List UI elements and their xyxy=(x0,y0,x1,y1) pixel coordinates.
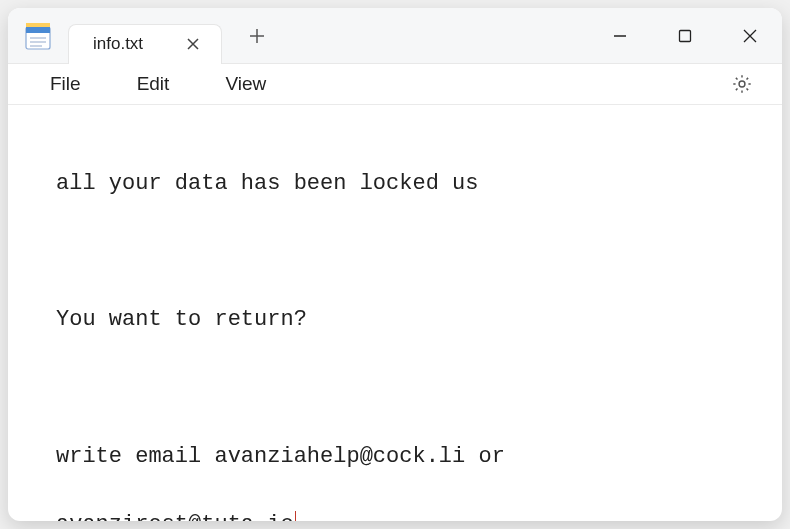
text-line-last: avanzirest@tuta.io xyxy=(56,508,734,521)
menu-file[interactable]: File xyxy=(28,65,109,103)
close-window-button[interactable] xyxy=(717,8,782,64)
app-icon-wrap xyxy=(8,21,68,51)
notepad-window: info.txt File Edit View xyxy=(8,8,782,521)
menu-edit[interactable]: Edit xyxy=(109,65,198,103)
svg-rect-1 xyxy=(26,27,50,33)
text-caret xyxy=(295,511,296,521)
text-line: write email avanziahelp@cock.li or xyxy=(56,440,734,474)
text-blank xyxy=(56,235,734,269)
text-editor-content[interactable]: all your data has been locked us You wan… xyxy=(8,105,782,521)
maximize-button[interactable] xyxy=(652,8,717,64)
menubar: File Edit View xyxy=(8,64,782,105)
window-controls xyxy=(587,8,782,64)
close-tab-icon[interactable] xyxy=(183,34,203,54)
tab-active[interactable]: info.txt xyxy=(68,24,222,64)
titlebar: info.txt xyxy=(8,8,782,64)
menu-view[interactable]: View xyxy=(197,65,294,103)
tab-title: info.txt xyxy=(93,34,143,54)
svg-point-8 xyxy=(739,81,745,87)
gear-icon xyxy=(731,73,753,95)
minimize-button[interactable] xyxy=(587,8,652,64)
text-blank xyxy=(56,372,734,406)
settings-button[interactable] xyxy=(722,64,762,104)
add-tab-button[interactable] xyxy=(232,8,282,64)
svg-rect-7 xyxy=(679,30,690,41)
text-line: avanzirest@tuta.io xyxy=(56,512,294,521)
text-line: You want to return? xyxy=(56,303,734,337)
notepad-icon xyxy=(24,21,52,51)
text-line: all your data has been locked us xyxy=(56,167,734,201)
svg-rect-2 xyxy=(26,23,50,27)
